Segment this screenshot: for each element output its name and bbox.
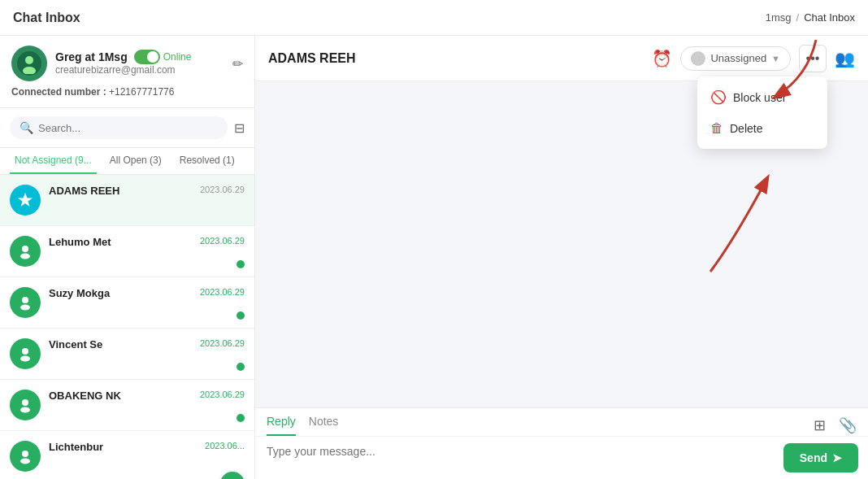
profile-phone: Connected number : +12167771776 xyxy=(11,86,243,98)
search-icon: 🔍 xyxy=(20,121,33,134)
svg-point-4 xyxy=(22,297,28,303)
search-input-wrap[interactable]: 🔍 xyxy=(10,116,228,139)
breadcrumb-part1: 1msg xyxy=(766,11,792,24)
conv-body: OBAKENG NK 2023.06.29 xyxy=(49,390,245,403)
contact-avatar xyxy=(10,338,41,369)
send-arrow-icon: ➤ xyxy=(832,451,842,464)
phone-number: +12167771776 xyxy=(109,86,174,98)
delete-label: Delete xyxy=(730,122,762,135)
tab-resolved[interactable]: Resolved (1) xyxy=(175,148,240,174)
conv-date: 2023.06.29 xyxy=(200,287,245,297)
breadcrumb-separator: / xyxy=(796,11,800,24)
breadcrumb: 1msg / Chat Inbox xyxy=(766,11,855,24)
list-item[interactable]: ADAMS REEH 2023.06.29 xyxy=(0,175,254,226)
unread-dot xyxy=(237,260,245,268)
conv-date: 2023.06.29 xyxy=(200,236,245,246)
svg-point-10 xyxy=(22,451,28,457)
svg-point-5 xyxy=(20,305,30,311)
list-item[interactable]: Lehumo Met 2023.06.29 xyxy=(0,226,254,277)
unread-dot xyxy=(237,363,245,371)
profile-row: Greg at 1Msg Online creaturebizarre@gmai… xyxy=(11,46,243,81)
more-options-button[interactable]: ••• xyxy=(799,45,827,72)
contact-avatar xyxy=(10,185,41,216)
chevron-down-icon: ▼ xyxy=(771,54,780,63)
grid-icon[interactable]: ⊞ xyxy=(814,416,826,434)
block-user-label: Block user xyxy=(733,91,786,104)
unread-dot xyxy=(237,414,245,422)
tab-not-assigned[interactable]: Not Assigned (9... xyxy=(10,148,97,174)
svg-point-6 xyxy=(22,348,28,355)
conv-body: Suzy Mokga 2023.06.29 xyxy=(49,287,245,301)
block-user-item[interactable]: 🚫 Block user xyxy=(697,81,827,113)
svg-point-9 xyxy=(20,407,30,413)
profile-name-row: Greg at 1Msg Online xyxy=(55,50,224,64)
conv-body: Lichtenbur 2023.06... xyxy=(49,441,245,455)
svg-point-3 xyxy=(20,254,30,259)
main-layout: Greg at 1Msg Online creaturebizarre@gmai… xyxy=(0,36,868,479)
add-conversation-button[interactable]: + xyxy=(220,472,245,479)
conv-body: ADAMS REEH 2023.06.29 xyxy=(49,185,245,198)
tab-notes[interactable]: Notes xyxy=(309,415,339,436)
chat-header: ADAMS REEH ⏰ Unassigned ▼ ••• 👥 xyxy=(255,36,868,81)
edit-icon[interactable]: ✏ xyxy=(232,56,243,72)
page-title: Chat Inbox xyxy=(13,11,80,25)
conv-body: Lehumo Met 2023.06.29 xyxy=(49,236,245,250)
svg-point-1 xyxy=(23,67,36,74)
profile-info: Greg at 1Msg Online creaturebizarre@gmai… xyxy=(55,50,224,77)
unread-dot xyxy=(237,311,245,320)
contact-avatar xyxy=(10,390,41,420)
conv-name: Vincent Se xyxy=(49,338,102,351)
list-item[interactable]: Vincent Se 2023.06.29 xyxy=(0,329,254,380)
profile-section: Greg at 1Msg Online creaturebizarre@gmai… xyxy=(0,36,254,108)
conversation-list: ADAMS REEH 2023.06.29 Lehumo Met 2023.06… xyxy=(0,175,254,479)
reply-tabs: Reply Notes ⊞ 📎 xyxy=(255,408,868,437)
conv-date: 2023.06.29 xyxy=(200,338,245,348)
svg-point-11 xyxy=(20,459,30,464)
tabs-row: Not Assigned (9... All Open (3) Resolved… xyxy=(0,148,254,175)
chat-header-actions: ⏰ Unassigned ▼ ••• 👥 xyxy=(652,45,855,72)
tab-all-open[interactable]: All Open (3) xyxy=(105,148,167,174)
block-icon: 🚫 xyxy=(710,89,727,105)
svg-point-0 xyxy=(25,56,33,64)
conv-date: 2023.06.29 xyxy=(200,390,245,399)
sidebar: Greg at 1Msg Online creaturebizarre@gmai… xyxy=(0,36,255,479)
dropdown-menu: 🚫 Block user 🗑 Delete xyxy=(697,76,827,149)
conv-date: 2023.06.29 xyxy=(200,185,245,194)
online-label: Online xyxy=(163,51,192,63)
svg-point-2 xyxy=(22,246,28,252)
chat-footer: Reply Notes ⊞ 📎 Send ➤ xyxy=(255,407,868,479)
contact-avatar xyxy=(10,236,41,267)
avatar-inner xyxy=(17,51,41,76)
svg-point-7 xyxy=(20,356,30,362)
send-label: Send xyxy=(800,451,827,464)
conv-name: OBAKENG NK xyxy=(49,390,121,402)
more-dots-icon: ••• xyxy=(806,51,820,66)
toggle-switch[interactable] xyxy=(134,50,160,64)
attachment-icon[interactable]: 📎 xyxy=(839,416,857,434)
send-button[interactable]: Send ➤ xyxy=(783,443,858,472)
profile-name: Greg at 1Msg xyxy=(55,50,128,63)
message-input[interactable] xyxy=(255,437,783,479)
search-input[interactable] xyxy=(38,122,218,134)
svg-point-8 xyxy=(22,399,28,406)
assign-avatar xyxy=(691,51,705,66)
online-toggle[interactable]: Online xyxy=(134,50,192,64)
conv-name: ADAMS REEH xyxy=(49,185,119,197)
team-icon[interactable]: 👥 xyxy=(835,49,855,68)
list-item[interactable]: OBAKENG NK 2023.06.29 xyxy=(0,380,254,431)
assign-button[interactable]: Unassigned ▼ xyxy=(680,46,791,71)
contact-avatar xyxy=(10,287,41,318)
phone-label: Connected number : xyxy=(11,86,106,98)
list-item[interactable]: Suzy Mokga 2023.06.29 xyxy=(0,277,254,329)
alarm-icon[interactable]: ⏰ xyxy=(652,49,672,68)
tab-reply[interactable]: Reply xyxy=(267,415,296,436)
list-item[interactable]: Lichtenbur 2023.06... + xyxy=(0,431,254,479)
conv-name: Suzy Mokga xyxy=(49,287,110,299)
conv-name: Lichtenbur xyxy=(49,441,103,453)
filter-icon[interactable]: ⊟ xyxy=(234,120,245,136)
conv-body: Vincent Se 2023.06.29 xyxy=(49,338,245,352)
top-bar: Chat Inbox 1msg / Chat Inbox xyxy=(0,0,868,36)
delete-item[interactable]: 🗑 Delete xyxy=(697,113,827,144)
conv-name: Lehumo Met xyxy=(49,236,111,248)
conv-date: 2023.06... xyxy=(205,441,245,451)
